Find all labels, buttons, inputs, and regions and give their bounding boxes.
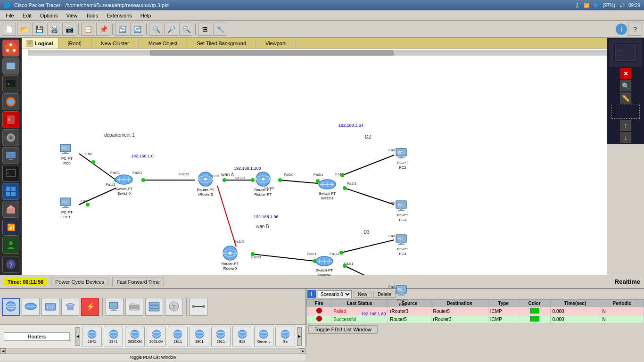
open-btn[interactable]: 📂 (17, 23, 31, 36)
pt-up-btn[interactable]: ↑ (620, 120, 631, 131)
model-generic[interactable]: Generic (254, 327, 274, 346)
sidebar-btn-terminal[interactable]: $_ (2, 75, 19, 92)
scrollbar-track-h[interactable] (28, 50, 637, 56)
sidebar-btn-help[interactable]: ? (2, 256, 19, 273)
sidebar-btn-ubuntu[interactable] (2, 40, 19, 57)
device-pc0[interactable]: PC PC-PTPC0 (58, 142, 75, 165)
model-2911[interactable]: 2911 (211, 327, 231, 346)
sidebar-btn-user[interactable] (2, 237, 19, 254)
scenario-selector[interactable]: Scenario 0 (318, 290, 352, 298)
pt-close-btn[interactable]: ✕ (620, 68, 631, 79)
type-btn-pcs[interactable] (106, 298, 124, 316)
info-btn[interactable]: i (616, 24, 627, 35)
dp-scroll-track[interactable] (6, 349, 300, 354)
menu-view[interactable]: View (63, 12, 82, 19)
sidebar-btn-workspace[interactable] (2, 183, 19, 200)
type-btn-routers[interactable] (2, 298, 20, 316)
dp-scroll-right[interactable]: ▶ (300, 348, 305, 354)
models-scroll-right[interactable]: ▶ (297, 327, 302, 346)
model-2621xm[interactable]: 2621XM (147, 327, 166, 346)
sidebar-btn-files[interactable] (2, 58, 19, 74)
menu-extensions[interactable]: Extensions (103, 12, 136, 19)
zoom-out-btn[interactable]: 🔎 (164, 23, 178, 36)
type-btn-printers[interactable] (125, 298, 143, 316)
new-scenario-btn[interactable]: New (354, 291, 372, 298)
custom-btn[interactable]: 🔧 (213, 23, 227, 36)
sidebar-btn-firefox[interactable] (2, 93, 19, 110)
type-btn-wireless[interactable] (61, 298, 79, 316)
model-2811[interactable]: 2811 (168, 327, 188, 346)
device-switch2[interactable]: Switch-PTSwitch2 (315, 254, 334, 277)
model-2620xm[interactable]: 2620XM (125, 327, 145, 346)
type-btn-servers[interactable] (145, 298, 163, 316)
pt-down-btn[interactable]: ↓ (620, 132, 631, 143)
type-btn-switches[interactable] (22, 298, 40, 316)
device-pc2[interactable]: PC PC-PTPC2 (394, 147, 411, 170)
type-btn-connections[interactable] (190, 298, 207, 316)
device-panel-hscroll[interactable]: ◀ ▶ (0, 348, 305, 354)
device-switch0[interactable]: Switch-PTSwitch0 (115, 173, 133, 196)
device-pc1[interactable]: PC PC-PTPC1 (58, 196, 75, 219)
device-pc3[interactable]: PC PC-PTPC3 (394, 199, 411, 222)
toggle-pdu-btn[interactable]: Toggle PDU List Window (308, 325, 378, 334)
device-switch1[interactable]: Switch-PTSwitch1 (318, 177, 337, 200)
menu-edit[interactable]: Edit (19, 12, 35, 19)
zoom-in-btn[interactable]: 🔍 (149, 23, 163, 36)
power-cycle-btn[interactable]: Power Cycle Devices (51, 278, 108, 286)
menu-help[interactable]: Help (137, 12, 155, 19)
grid-btn[interactable]: ⊞ (198, 23, 212, 36)
sidebar-btn-monitor[interactable] (2, 147, 19, 164)
help-btn[interactable]: ? (628, 23, 642, 36)
model-2901[interactable]: 2901 (190, 327, 209, 346)
device-models-bar: Routers ◀ 1841 1941 2620XM 2621XM (0, 324, 305, 348)
model-819[interactable]: 819 (232, 327, 252, 346)
type-btn-other[interactable]: ? (165, 298, 183, 316)
sidebar-btn-text[interactable]: A (2, 111, 19, 128)
sidebar-btn-wifi[interactable]: 📶 (2, 219, 19, 236)
canvas-nav-new-cluster[interactable]: New Cluster (91, 38, 139, 49)
canvas-nav-move-object[interactable]: Move Object (139, 38, 188, 49)
pt-search-btn[interactable]: 🔍 (620, 80, 631, 91)
canvas-nav-set-bg[interactable]: Set Tiled Background (188, 38, 256, 49)
type-btn-security[interactable]: ⚡ (81, 298, 99, 316)
canvas-nav-viewport[interactable]: Viewport (256, 38, 296, 49)
network-canvas[interactable]: departement 1 D2 D3 wan A wan B 192.168.… (22, 49, 607, 275)
model-1841[interactable]: 1841 (82, 327, 102, 346)
models-scroll-left[interactable]: ◀ (75, 327, 80, 346)
sidebar-btn-settings[interactable] (2, 129, 19, 146)
device-router5[interactable]: Router-PTRouter5 (220, 245, 240, 271)
new-btn[interactable]: 📄 (2, 23, 16, 36)
model-ge[interactable]: Ge (275, 327, 295, 346)
sidebar-btn-packages[interactable] (2, 201, 19, 218)
pdu-row-0[interactable]: FailedrRouter3Router5ICMP0.000N (307, 307, 644, 315)
save-btn[interactable]: 💾 (32, 23, 46, 36)
menu-file[interactable]: File (2, 12, 18, 19)
device-pc5[interactable]: PC PC-PTPC5 (394, 284, 411, 307)
svg-rect-127 (131, 303, 135, 305)
pt-pencil-btn[interactable]: ✏️ (620, 92, 631, 104)
canvas-hscroll[interactable]: ◀ ▶ (22, 49, 644, 56)
col-fire: Fire (307, 300, 331, 307)
canvas-nav-logical[interactable]: Logical (22, 38, 58, 49)
zoom-reset-btn[interactable]: 🔍 (179, 23, 193, 36)
undo-btn[interactable]: ↩️ (115, 23, 129, 36)
type-btn-hubs[interactable] (41, 298, 59, 316)
model-1941[interactable]: 1941 (104, 327, 124, 346)
copy-btn[interactable]: 📋 (81, 23, 95, 36)
fast-forward-btn[interactable]: Fast Forward Time (112, 278, 164, 286)
dp-scroll-left[interactable]: ◀ (0, 348, 6, 354)
pdu-row-1[interactable]: SuccessfulRouter5rRouter3ICMP0.000N (307, 315, 644, 323)
redo-btn[interactable]: ↪️ (130, 23, 144, 36)
print-btn[interactable]: 🖨️ (47, 23, 61, 36)
canvas-nav-root[interactable]: [Root] (58, 38, 91, 49)
paste-btn[interactable]: 📌 (96, 23, 110, 36)
scrollbar-thumb-h[interactable] (150, 50, 394, 56)
device-pc4[interactable]: PC PC-PTPC4 (394, 233, 411, 256)
delete-scenario-btn[interactable]: Delete (373, 291, 396, 298)
screenshot-btn[interactable]: 📷 (62, 23, 76, 36)
sidebar-btn-terminal2[interactable]: >_ (2, 165, 19, 182)
menu-options[interactable]: Options (36, 12, 62, 19)
menu-tools[interactable]: Tools (82, 12, 102, 19)
port-switch2-fa11: Fa1/1 (330, 252, 339, 256)
device-router-main[interactable]: Router-PTRouter-PT (253, 171, 273, 197)
